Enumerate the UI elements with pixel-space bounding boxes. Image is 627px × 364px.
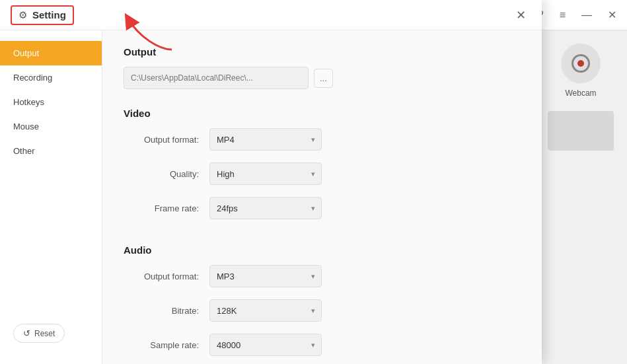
audio-format-select[interactable]: MP3 AAC WAV: [209, 265, 322, 287]
audio-format-row: Output format: MP3 AAC WAV ▾: [124, 265, 521, 287]
reset-icon: ↺: [23, 328, 30, 338]
audio-bitrate-select-wrapper: 64K 128K 192K 320K ▾: [209, 299, 322, 322]
settings-body: Output Recording Hotkeys Mouse Other: [0, 30, 542, 364]
app-window: D DiReec 1.0.0 ? ≡ — ✕ ⌂ Home 🗎 Files: [0, 0, 627, 364]
right-panel: Webcam: [535, 30, 627, 364]
settings-modal: ⚙ Setting ✕ Output Recording Hot: [0, 30, 542, 364]
video-format-select[interactable]: MP4 AVI MOV MKV: [209, 128, 322, 151]
video-section-title: Video: [124, 108, 521, 119]
webcam-circle: [561, 44, 601, 83]
video-framerate-row: Frame rate: 24fps 30fps 60fps ▾: [124, 197, 521, 219]
settings-sidebar: Output Recording Hotkeys Mouse Other: [0, 30, 102, 364]
audio-bitrate-label: Bitrate:: [124, 306, 209, 316]
video-quality-row: Quality: High Medium Low ▾: [124, 163, 521, 185]
audio-samplerate-select-wrapper: 44100 48000 ▾: [209, 334, 322, 356]
menu-button[interactable]: ≡: [557, 7, 568, 23]
settings-sidebar-bottom: ↺ Reset: [0, 313, 102, 353]
settings-nav-recording[interactable]: Recording: [0, 65, 102, 90]
output-path-input[interactable]: [124, 67, 309, 89]
webcam-dot: [577, 60, 584, 67]
video-framerate-select-wrapper: 24fps 30fps 60fps ▾: [209, 197, 322, 219]
video-quality-select-wrapper: High Medium Low ▾: [209, 163, 322, 185]
video-framerate-select[interactable]: 24fps 30fps 60fps: [209, 197, 322, 219]
webcam-icon: [572, 54, 590, 73]
video-quality-select[interactable]: High Medium Low: [209, 163, 322, 185]
webcam-label: Webcam: [565, 89, 596, 98]
video-format-row: Output format: MP4 AVI MOV MKV ▾: [124, 128, 521, 151]
reset-label: Reset: [34, 329, 55, 338]
settings-content: Output ... Video Output format: MP4 AVI: [102, 30, 542, 364]
video-framerate-label: Frame rate:: [124, 203, 209, 213]
browse-button[interactable]: ...: [314, 69, 333, 88]
settings-nav-mouse[interactable]: Mouse: [0, 114, 102, 139]
audio-format-select-wrapper: MP3 AAC WAV ▾: [209, 265, 322, 287]
audio-bitrate-row: Bitrate: 64K 128K 192K 320K ▾: [124, 299, 521, 322]
audio-samplerate-select[interactable]: 44100 48000: [209, 334, 322, 356]
audio-section-title: Audio: [124, 244, 521, 256]
settings-nav-output[interactable]: Output: [0, 41, 102, 65]
title-bar-controls: ? ≡ — ✕: [535, 7, 619, 23]
video-format-label: Output format:: [124, 135, 209, 145]
video-format-select-wrapper: MP4 AVI MOV MKV ▾: [209, 128, 322, 151]
webcam-preview: [548, 111, 614, 151]
audio-format-label: Output format:: [124, 272, 209, 281]
close-button[interactable]: ✕: [605, 7, 619, 23]
audio-bitrate-select[interactable]: 64K 128K 192K 320K: [209, 299, 322, 322]
video-quality-label: Quality:: [124, 169, 209, 179]
settings-nav-other[interactable]: Other: [0, 139, 102, 163]
output-section-title: Output: [124, 46, 521, 57]
audio-samplerate-label: Sample rate:: [124, 340, 209, 350]
audio-samplerate-row: Sample rate: 44100 48000 ▾: [124, 334, 521, 356]
settings-nav-hotkeys[interactable]: Hotkeys: [0, 90, 102, 114]
main-content: ⌂ Home 🗎 Files Webcam ⚙: [0, 30, 627, 364]
output-path-row: ...: [124, 67, 521, 89]
reset-button[interactable]: ↺ Reset: [13, 324, 65, 343]
minimize-button[interactable]: —: [579, 7, 595, 23]
